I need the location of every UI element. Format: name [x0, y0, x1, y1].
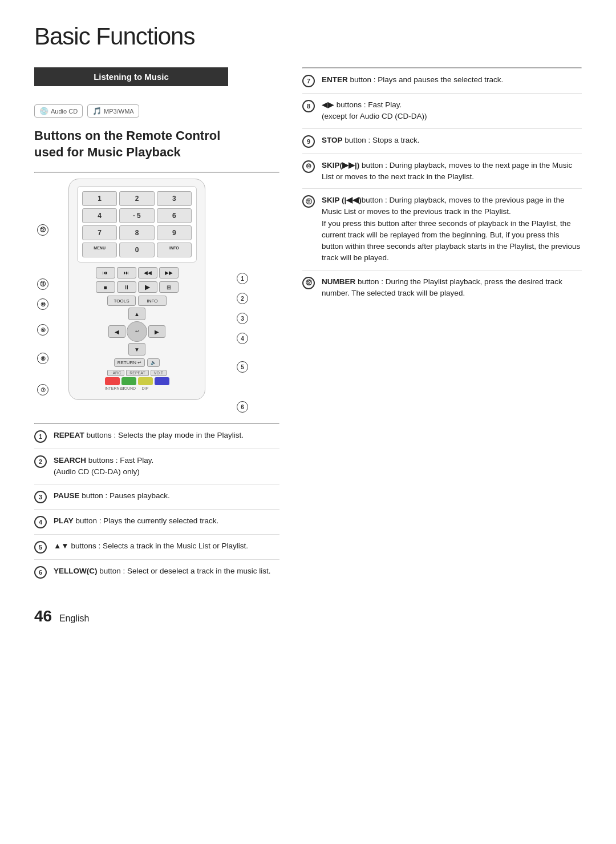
- key-4: 4: [82, 208, 117, 223]
- num-badge-4: 4: [34, 516, 47, 528]
- fn-label: · ARC: [107, 370, 124, 376]
- internet-label: INTERNET: [105, 386, 120, 390]
- info-btn: INFO: [138, 296, 167, 306]
- dpad-left: ◀: [108, 325, 125, 338]
- desc-item-9: 9 STOP button : Stops a track.: [302, 129, 582, 154]
- play-btn: ▶: [138, 281, 157, 293]
- format-badges: 💿 Audio CD 🎵 MP3/WMA: [34, 104, 279, 118]
- playback-row: ■ ⏸ ▶ ⊞: [77, 281, 197, 293]
- sound-label: SOUND: [121, 386, 136, 390]
- dpad-down: ▼: [128, 343, 145, 356]
- desc-text-6: YELLOW(C) button : Select or deselect a …: [54, 566, 270, 577]
- desc-item-3: 3 PAUSE button : Pauses playback.: [34, 484, 279, 510]
- skipfwd-label: SKIP(▶▶|): [322, 161, 359, 169]
- dpad-mid: ◀ ↩ ▶: [106, 321, 168, 342]
- num-badge-8: 8: [302, 100, 315, 112]
- desc-text-8: ◀▶ buttons : Fast Play.(except for Audio…: [322, 99, 427, 123]
- anno-11: ⑪: [37, 278, 48, 290]
- yellow-bold: YELLOW(C): [54, 567, 98, 575]
- num-badge-1: 1: [34, 430, 47, 443]
- anno-3: 3: [237, 313, 248, 324]
- num-badge-11: ⑪: [302, 195, 315, 208]
- key-info: INFO: [157, 243, 192, 257]
- key-2: 2: [119, 191, 154, 206]
- anno-7: ⑦: [37, 384, 48, 395]
- desc-item-11: ⑪ SKIP (|◀◀)button : During playback, mo…: [302, 189, 582, 270]
- section-subtitle: Buttons on the Remote Control used for M…: [34, 128, 279, 160]
- desc-text-11: SKIP (|◀◀)button : During playback, move…: [322, 195, 582, 264]
- key-8: 8: [119, 225, 154, 240]
- blue-btn: [155, 377, 169, 385]
- fn-row: · ARC REPEAT VO.T: [77, 370, 197, 376]
- num-badge-5: 5: [34, 541, 47, 554]
- anno-6: 6: [237, 401, 248, 413]
- cd-icon: 💿: [39, 107, 48, 115]
- remote-body: 1 2 3 4 · 5 6 7 8 9 MENU 0 INFO: [68, 179, 205, 400]
- anno-2: 2: [237, 293, 248, 304]
- extra-label: [155, 386, 169, 390]
- ff-btn: ▶▶: [159, 267, 179, 278]
- tools-btn: TOOLS: [107, 296, 136, 306]
- anno-4: 4: [237, 333, 248, 344]
- bottom-section: 1 REPEAT buttons : Selects the play mode…: [34, 423, 582, 584]
- desc-text-10: SKIP(▶▶|) button : During playback, move…: [322, 160, 582, 183]
- enter-label: ENTER: [322, 75, 348, 84]
- desc-text-4: PLAY button : Plays the currently select…: [54, 515, 218, 527]
- desc-item-4: 4 PLAY button : Plays the currently sele…: [34, 510, 279, 535]
- remote-illustration: 1 2 3 4 · 5 6 7 8 9 MENU 0 INFO: [34, 179, 251, 400]
- vo-label: VO.T: [151, 370, 167, 376]
- dip-label: DIP: [138, 386, 153, 390]
- skipback-label: SKIP (|◀◀): [322, 196, 362, 204]
- grid-btn: ⊞: [159, 281, 179, 293]
- desc-text-3: PAUSE button : Pauses playback.: [54, 490, 170, 502]
- left-column: Listening to Music 💿 Audio CD 🎵 MP3/WMA …: [34, 67, 279, 406]
- page-title: Basic Functions: [34, 23, 582, 50]
- desc-item-10: ⑩ SKIP(▶▶|) button : During playback, mo…: [302, 154, 582, 189]
- audio-cd-label: Audio CD: [51, 108, 78, 115]
- section-header: Listening to Music: [34, 67, 228, 86]
- anno-10: ⑩: [37, 298, 48, 310]
- desc-text-2: SEARCH buttons : Fast Play.(Audio CD (CD…: [54, 455, 153, 478]
- key-9: 9: [157, 225, 192, 240]
- desc-item-7: 7 ENTER button : Plays and pauses the se…: [302, 68, 582, 94]
- num-badge-3: 3: [34, 491, 47, 503]
- num-badge-2: 2: [34, 455, 47, 468]
- key-7: 7: [82, 225, 117, 240]
- num-badge-9: 9: [302, 135, 315, 148]
- num-badge-10: ⑩: [302, 160, 315, 173]
- num-badge-12: ⑫: [302, 277, 315, 289]
- anno-12: ⑫: [37, 224, 48, 236]
- play-bold: PLAY: [54, 516, 74, 525]
- color-labels: INTERNET SOUND DIP: [77, 386, 197, 390]
- key-5: · 5: [119, 208, 154, 223]
- left-desc-list: 1 REPEAT buttons : Selects the play mode…: [34, 424, 279, 584]
- desc-item-6: 6 YELLOW(C) button : Select or deselect …: [34, 560, 279, 584]
- footer: 46 English: [34, 607, 582, 625]
- page-container: Basic Functions Listening to Music 💿 Aud…: [0, 0, 616, 660]
- audio-cd-badge: 💿 Audio CD: [34, 104, 83, 118]
- transport-row: ⏮ ⏭ ◀◀ ▶▶: [77, 267, 197, 278]
- dpad-right: ▶: [148, 325, 165, 338]
- dpad-enter: ↩: [127, 321, 147, 342]
- return-row: RETURN ↩ 🔈: [77, 358, 197, 367]
- language-label: English: [59, 613, 89, 623]
- dpad-bot: ▼: [106, 343, 168, 356]
- stop-btn: ■: [96, 281, 115, 293]
- vol-btn: 🔈: [147, 358, 160, 367]
- right-column: 7 ENTER button : Plays and pauses the se…: [302, 67, 582, 406]
- key-3: 3: [157, 191, 192, 206]
- dpad-up: ▲: [128, 308, 145, 320]
- anno-9: ⑨: [37, 324, 48, 336]
- mp3-badge: 🎵 MP3/WMA: [87, 104, 139, 118]
- dpad-top: TOOLS INFO: [106, 296, 168, 306]
- yellow-btn: [138, 377, 153, 385]
- anno-8: ⑧: [37, 353, 48, 364]
- pause-bold: PAUSE: [54, 491, 80, 500]
- bottom-left: 1 REPEAT buttons : Selects the play mode…: [34, 423, 279, 584]
- desc-text-9: STOP button : Stops a track.: [322, 135, 420, 146]
- num-badge-6: 6: [34, 566, 47, 579]
- color-buttons: [77, 377, 197, 385]
- search-bold: SEARCH: [54, 456, 86, 465]
- anno-5: 5: [237, 361, 248, 373]
- desc-item-2: 2 SEARCH buttons : Fast Play.(Audio CD (…: [34, 449, 279, 484]
